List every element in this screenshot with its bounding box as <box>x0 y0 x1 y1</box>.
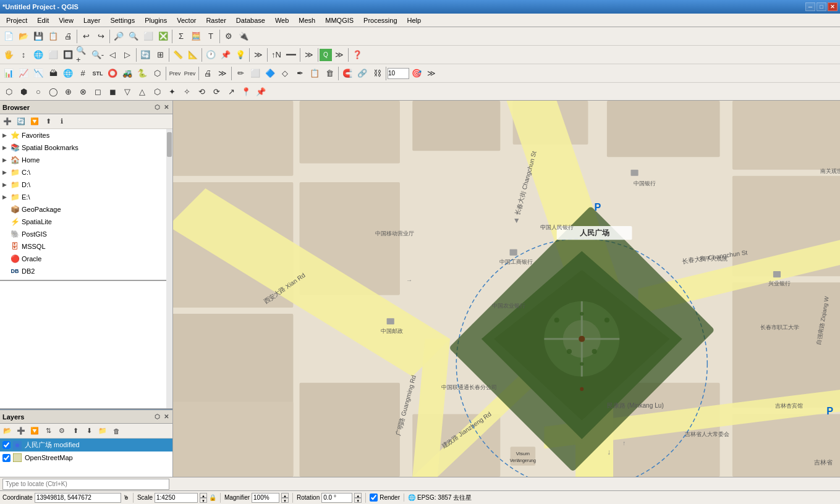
tractor-btn[interactable]: 🚜 <box>120 66 135 81</box>
menu-web[interactable]: Web <box>270 15 294 25</box>
menu-layer[interactable]: Layer <box>78 15 106 25</box>
maximize-button[interactable]: □ <box>817 2 826 11</box>
adv10[interactable]: △ <box>135 84 150 99</box>
menu-edit[interactable]: Edit <box>32 15 54 25</box>
rotation-input[interactable] <box>321 493 352 503</box>
browser-geopackage[interactable]: 📦 GeoPackage <box>0 203 166 216</box>
zoom-selection-btn[interactable]: 🔲 <box>61 48 75 62</box>
stats-btn[interactable]: 📉 <box>31 66 46 81</box>
scale-up-btn[interactable]: ▲ <box>200 493 207 498</box>
layers-open-btn[interactable]: 📂 <box>1 425 14 437</box>
temporal-btn[interactable]: 🕐 <box>203 48 218 62</box>
adv1[interactable]: ⬡ <box>1 84 16 99</box>
adv2[interactable]: ⬢ <box>16 84 31 99</box>
vertex-btn[interactable]: ◇ <box>278 66 292 81</box>
browser-favorites[interactable]: ▶ ⭐ Favorites <box>0 129 166 141</box>
layer-checkbox-renmin[interactable] <box>2 441 11 449</box>
python-btn[interactable]: 🐍 <box>135 66 150 81</box>
adv5[interactable]: ⊕ <box>61 84 75 99</box>
save-project-btn[interactable]: 💾 <box>31 29 46 44</box>
scale-down-btn[interactable]: ▼ <box>200 498 207 503</box>
menu-processing[interactable]: Processing <box>358 15 402 25</box>
stl-btn[interactable]: STL <box>90 66 105 81</box>
print-btn[interactable]: 🖨 <box>61 29 75 44</box>
rotate-btn[interactable]: 🔷 <box>263 66 278 81</box>
map-svg[interactable]: 人民广场 西安大路 Xian Rd 长春大街 Changchun St 长春大街… <box>173 101 840 477</box>
adv9[interactable]: ▽ <box>120 84 135 99</box>
browser-refresh-btn[interactable]: 🔄 <box>15 116 27 128</box>
menu-help[interactable]: Help <box>402 15 426 25</box>
layers-float-btn[interactable]: ⬡ <box>153 413 161 420</box>
adv17[interactable]: 📍 <box>239 84 253 99</box>
browser-add-btn[interactable]: ➕ <box>1 116 14 128</box>
map-area[interactable]: 人民广场 西安大路 Xian Rd 长春大街 Changchun St 长春大街… <box>173 101 840 477</box>
layer-item-osm[interactable]: OpenStreetMap <box>0 452 172 464</box>
browser-filter-btn[interactable]: 🔽 <box>28 116 41 128</box>
magnifier-input[interactable] <box>252 493 279 503</box>
open-project-btn[interactable]: 📂 <box>16 29 31 44</box>
browser-oracle[interactable]: 🔴 Oracle <box>0 253 166 265</box>
layer-item-renmin[interactable]: 人民广场 modified <box>0 439 172 452</box>
browser-ddrive[interactable]: ▶ 📁 D:\ <box>0 178 166 191</box>
rotation-down-btn[interactable]: ▼ <box>354 498 362 503</box>
trace-btn[interactable]: ✒ <box>292 66 307 81</box>
epsg-label[interactable]: EPSG: 3857 去往星 <box>417 494 472 502</box>
browser-resize-handle[interactable] <box>0 280 166 292</box>
close-button[interactable]: ✕ <box>828 2 838 11</box>
layers-remove-btn[interactable]: 🗑 <box>110 425 122 437</box>
layers-add-btn[interactable]: ➕ <box>15 425 27 437</box>
adv14[interactable]: ⟲ <box>194 84 209 99</box>
browser-spatial-bookmarks[interactable]: ▶ 📚 Spatial Bookmarks <box>0 141 166 154</box>
browser-spatialite[interactable]: ⚡ SpatiaLite <box>0 216 166 228</box>
adv3[interactable]: ○ <box>31 84 46 99</box>
layers-group-btn[interactable]: 📁 <box>96 425 109 437</box>
menu-mmqgis[interactable]: MMQGIS <box>320 15 358 25</box>
menu-raster[interactable]: Raster <box>201 15 231 25</box>
tile-btn[interactable]: ⊞ <box>153 48 168 62</box>
adv8[interactable]: ◼ <box>105 84 120 99</box>
measure-btn[interactable]: 📏 <box>171 48 185 62</box>
menu-vector[interactable]: Vector <box>172 15 201 25</box>
print2-btn[interactable]: 🖨 <box>200 66 215 81</box>
select-btn[interactable]: ⬜ <box>141 29 156 44</box>
rotation-up-btn[interactable]: ▲ <box>354 493 362 498</box>
chart-btn[interactable]: 📈 <box>16 66 31 81</box>
shape-btn[interactable]: ⬜ <box>248 66 263 81</box>
calculator-btn[interactable]: 🧮 <box>189 29 203 44</box>
zoom-in-btn[interactable]: 🔍 <box>126 29 141 44</box>
browser-edrive[interactable]: ▶ 📁 E:\ <box>0 191 166 203</box>
layer-checkbox-osm[interactable] <box>2 454 11 462</box>
browser-properties-btn[interactable]: ℹ <box>56 116 68 128</box>
menu-project[interactable]: Project <box>1 15 32 25</box>
locate-input[interactable] <box>2 479 169 490</box>
new-project-btn[interactable]: 📄 <box>1 29 16 44</box>
histogram-btn[interactable]: 📊 <box>1 66 16 81</box>
hex-btn[interactable]: ⬡ <box>150 66 164 81</box>
minimize-button[interactable]: ─ <box>805 2 815 11</box>
north-arrow-btn[interactable]: ↑N <box>269 48 284 62</box>
plugins-btn[interactable]: 🔌 <box>236 29 251 44</box>
layers-settings-btn[interactable]: ⚙ <box>56 425 68 437</box>
annotate-btn[interactable]: 📋 <box>307 66 322 81</box>
scalebar-btn[interactable]: ━━ <box>284 48 299 62</box>
adv7[interactable]: ◻ <box>90 84 105 99</box>
sum-btn[interactable]: Σ <box>174 29 189 44</box>
zoom-in-map-btn[interactable]: 🔍+ <box>75 48 90 62</box>
snap2-btn[interactable]: 🔗 <box>355 66 370 81</box>
terrain-btn[interactable]: 🏔 <box>46 66 61 81</box>
undo-btn[interactable]: ↩ <box>78 29 93 44</box>
menu-plugins[interactable]: Plugins <box>140 15 172 25</box>
prevext-btn[interactable]: Prev <box>168 66 182 81</box>
identify-btn[interactable]: 🔎 <box>111 29 126 44</box>
browser-float-btn[interactable]: ⬡ <box>153 104 161 111</box>
circle-btn[interactable]: ⭕ <box>105 66 120 81</box>
adv4[interactable]: ◯ <box>46 84 61 99</box>
scale-spinner[interactable]: ▲ ▼ <box>200 493 207 503</box>
browser-db2[interactable]: DB DB2 <box>0 265 166 277</box>
help-btn[interactable]: ❓ <box>350 48 365 62</box>
adv18[interactable]: 📌 <box>253 84 268 99</box>
zoom-layer-btn[interactable]: ⬜ <box>46 48 61 62</box>
browser-postgis[interactable]: 🐘 PostGIS <box>0 228 166 240</box>
map-tip-btn[interactable]: 💡 <box>233 48 248 62</box>
settings-btn[interactable]: ⚙ <box>221 29 236 44</box>
